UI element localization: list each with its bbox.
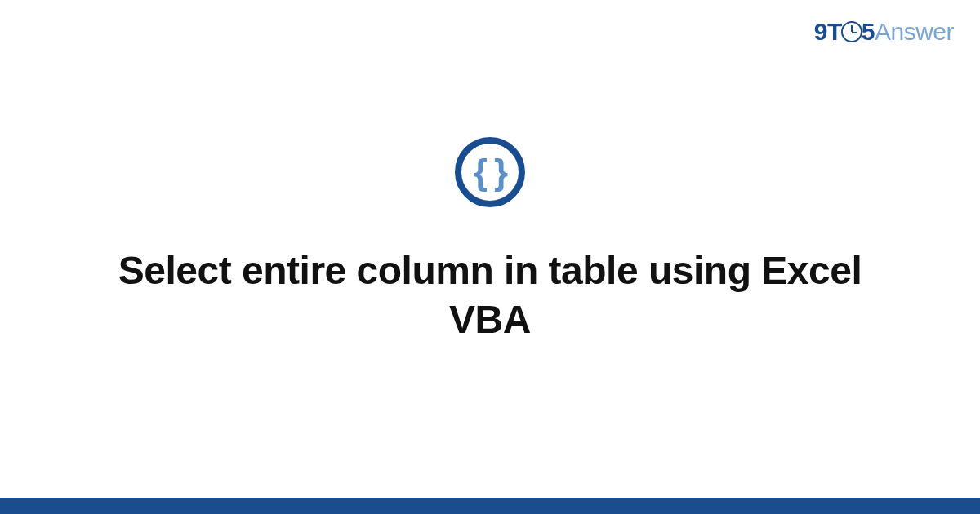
footer-bar	[0, 498, 980, 514]
braces-glyph: { }	[474, 154, 506, 190]
page-title: Select entire column in table using Exce…	[98, 246, 882, 344]
content-area: { } Select entire column in table using …	[0, 0, 980, 514]
code-braces-icon: { }	[455, 137, 525, 207]
